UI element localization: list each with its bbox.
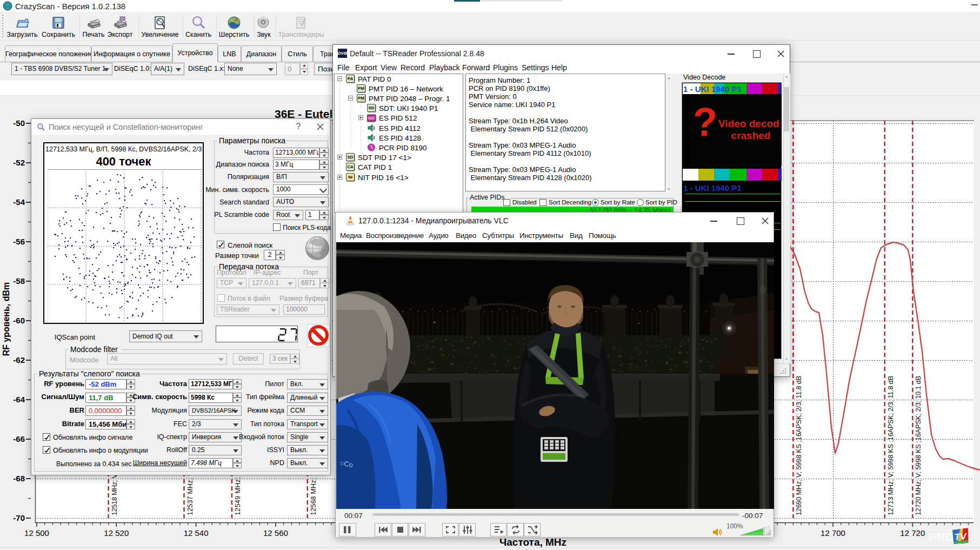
svg-text:-68: -68: [13, 474, 25, 483]
svg-text:-50: -50: [13, 118, 25, 128]
svg-text:12 700: 12 700: [821, 528, 845, 538]
svg-text:-60: -60: [13, 316, 25, 325]
svg-text:RF уровень, dBm: RF уровень, dBm: [2, 282, 11, 356]
svg-text:12720 MHz; V; 5998 KS ;16APSK;: 12720 MHz; V; 5998 KS ;16APSK; 2/3; 10.1…: [915, 376, 922, 515]
svg-text:-56: -56: [13, 237, 25, 246]
svg-text:12 560: 12 560: [263, 528, 288, 538]
svg-text:-70: -70: [13, 513, 25, 522]
svg-text:12 540: 12 540: [184, 528, 209, 538]
svg-text:12 520: 12 520: [104, 528, 129, 538]
svg-text:-54: -54: [13, 197, 25, 207]
svg-text:-62: -62: [13, 355, 25, 365]
svg-text:TV: TV: [954, 532, 967, 542]
svg-text:-64: -64: [13, 395, 25, 404]
svg-text:Частота, MHz: Частота, MHz: [499, 536, 566, 548]
svg-text:-66: -66: [13, 434, 25, 443]
svg-text:12 720: 12 720: [900, 528, 925, 538]
svg-text:12713 MHz; V; 5998 KS ;16APSK;: 12713 MHz; V; 5998 KS ;16APSK; 2/3; 11.8…: [887, 376, 895, 515]
svg-text:-58: -58: [13, 276, 25, 286]
svg-text:PRO: PRO: [929, 531, 955, 544]
svg-text:-52: -52: [13, 158, 25, 167]
svg-text:12 500: 12 500: [24, 528, 49, 538]
svg-text:12690 MHz; V; 5998 KS ;16APSK;: 12690 MHz; V; 5998 KS ;16APSK; 2/3; 11.8…: [795, 376, 803, 515]
